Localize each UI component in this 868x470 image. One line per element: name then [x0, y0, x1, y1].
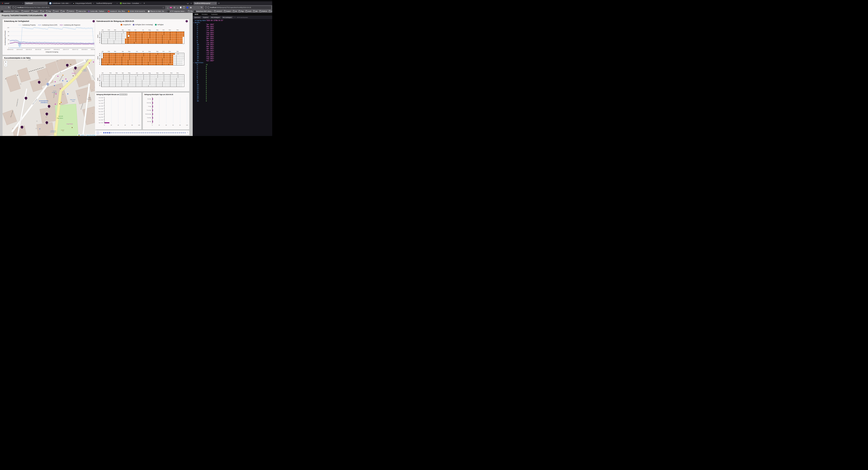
url-text[interactable]: localhost:8000/property/761?date=2024-08… [18, 7, 162, 8]
play-icon[interactable] [96, 131, 99, 134]
browser-tab[interactable]: MArray.prototype.forEach()× [72, 2, 95, 5]
bookmark-item[interactable]: Centre-ville - PatNum ... [88, 10, 106, 12]
leaflet-link[interactable]: Leaflet [80, 134, 84, 136]
window-close-icon[interactable]: × [191, 2, 192, 4]
info-icon[interactable]: i [93, 20, 95, 22]
bookmark-item[interactable]: Web & Dev [269, 10, 272, 12]
bookmark-item[interactable]: DCMI: DCMI Kernel M... [128, 10, 146, 12]
browser-tab[interactable]: Laravel× [1, 2, 24, 5]
pagination-dot[interactable] [185, 132, 186, 133]
bookmark-star-icon[interactable]: ☆ [162, 7, 164, 8]
bookmark-item[interactable]: dMatterhorn RDF | docu... [194, 10, 212, 12]
pagination-dot[interactable] [145, 132, 146, 133]
pagination-dot[interactable] [175, 132, 176, 133]
json-search-input[interactable] [236, 16, 263, 19]
collapse-toggle-icon[interactable]: ▼ [193, 22, 194, 24]
browser-tab[interactable]: Dashboard× [25, 2, 48, 5]
pagination-dot[interactable] [147, 132, 148, 133]
bookmark-item[interactable]: rsrch [53, 10, 59, 12]
pagination-dot[interactable] [167, 132, 169, 133]
extension-monkey-icon[interactable] [174, 7, 175, 8]
pagination-dot[interactable] [130, 132, 131, 133]
legend-item[interactable]: Auslastung Davos (GR) [38, 24, 57, 26]
pagination-dot[interactable] [177, 132, 178, 133]
tab-close-icon[interactable]: × [117, 3, 118, 4]
pagination-dot[interactable] [141, 132, 142, 133]
bookmark-item[interactable]: dMatterhorn RDF | docu... [1, 10, 20, 12]
jv-button[interactable]: Alle ausklappen [222, 16, 233, 19]
pagination-dot[interactable] [117, 132, 118, 133]
browser-tab[interactable]: localhost:8080/property/× [193, 2, 217, 5]
bookmark-item[interactable]: fhgr [239, 10, 244, 12]
tracking-shield-icon[interactable] [12, 6, 14, 8]
jv-tab-rohdaten[interactable]: Rohdaten [200, 13, 210, 15]
bookmark-item[interactable]: fhgr [46, 10, 51, 12]
bookmark-item[interactable]: W [40, 10, 44, 12]
pagination-dot[interactable] [126, 132, 127, 133]
bookmark-item[interactable]: RSRCS [67, 10, 74, 12]
url-text[interactable]: localhost:8080/property/761/capacities/m… [210, 7, 270, 8]
back-icon[interactable]: ← [1, 6, 3, 8]
reload-icon[interactable]: ↻ [8, 6, 10, 8]
pagination-dot[interactable] [118, 132, 120, 133]
pagination-dot[interactable] [156, 132, 157, 133]
profile-avatar-icon[interactable] [186, 7, 188, 8]
pagination-dot[interactable] [137, 132, 138, 133]
pagination-dot[interactable] [166, 132, 167, 133]
pagination-dot[interactable] [109, 132, 110, 133]
pagination-dot[interactable] [120, 132, 122, 133]
pagination-dot[interactable] [172, 132, 173, 133]
url-bar-left[interactable]: localhost:8000/property/761?date=2024-08… [11, 6, 165, 9]
new-tab-button[interactable]: + [217, 2, 220, 5]
jv-button[interactable]: Kopieren [202, 16, 209, 19]
info-icon[interactable]: i [44, 14, 46, 16]
pagination-dot[interactable] [124, 132, 125, 133]
pagination-dot[interactable] [105, 132, 106, 133]
pagination-dot[interactable] [113, 132, 114, 133]
bookmark-item[interactable]: RSRCS [259, 10, 267, 12]
forward-icon[interactable]: → [4, 6, 7, 8]
bookmark-item[interactable]: Btr [253, 10, 258, 12]
pagination-dot[interactable] [154, 132, 156, 133]
list-all-tabs-icon[interactable] [187, 2, 189, 4]
browser-tab[interactable]: localhost:8080/property/× [95, 2, 119, 5]
pagination-dot[interactable] [122, 132, 123, 133]
pagination-dot[interactable] [181, 132, 182, 133]
tab-close-icon[interactable]: × [215, 3, 216, 4]
bookmark-item[interactable]: fradio? [224, 10, 231, 12]
pagination-dot[interactable] [128, 132, 129, 133]
tab-close-icon[interactable]: × [22, 3, 23, 4]
chevron-right-icon[interactable]: › [187, 131, 188, 134]
pagination-dot[interactable] [149, 132, 150, 133]
pagination-dot[interactable] [151, 132, 152, 133]
pagination-dot[interactable] [103, 132, 104, 133]
chevron-left-icon[interactable]: ‹ [100, 131, 101, 134]
jv-tab-kopfzeilen[interactable]: Kopfzeilen [210, 13, 219, 15]
app-menu-icon[interactable] [190, 7, 192, 8]
reload-icon[interactable]: ↻ [201, 6, 203, 8]
zoom-out-button[interactable]: − [4, 64, 7, 66]
leaflet-map[interactable]: + − Leaflet | © OpenStreetMap Hohe Prome… [3, 59, 96, 136]
new-tab-button[interactable]: + [143, 2, 146, 5]
pagination-dot[interactable] [169, 132, 170, 133]
cloud-sync-icon[interactable]: ☁ [177, 7, 179, 8]
tab-close-icon[interactable]: × [69, 3, 70, 4]
jv-button[interactable]: Alle einklappen [210, 16, 221, 19]
extensions-puzzle-icon[interactable] [183, 7, 185, 8]
pagination-dot[interactable] [162, 132, 163, 133]
pagination-dot[interactable] [135, 132, 136, 133]
pagination-dot[interactable] [107, 132, 108, 133]
bookmark-item[interactable]: fradio? [31, 10, 38, 12]
pagination-dot[interactable] [179, 132, 180, 133]
legend-item[interactable]: Auslastung Property [19, 24, 36, 26]
bookmark-item[interactable]: MHTTP response status ... [168, 10, 186, 12]
jv-button[interactable]: Speichern [193, 16, 202, 19]
tab-close-icon[interactable]: × [93, 3, 94, 4]
pagination-dot[interactable] [132, 132, 133, 133]
pagination-dot[interactable] [133, 132, 135, 133]
browser-tab[interactable]: Neues Issue - Consultanc× [119, 2, 142, 5]
zoom-in-button[interactable]: + [4, 61, 7, 64]
downloads-icon[interactable]: ↓ [167, 7, 168, 8]
bookmark-item[interactable]: movies.ch - kino, filme... [108, 10, 126, 12]
browser-tab[interactable]: ColorBrewer: Color Advic× [48, 2, 71, 5]
